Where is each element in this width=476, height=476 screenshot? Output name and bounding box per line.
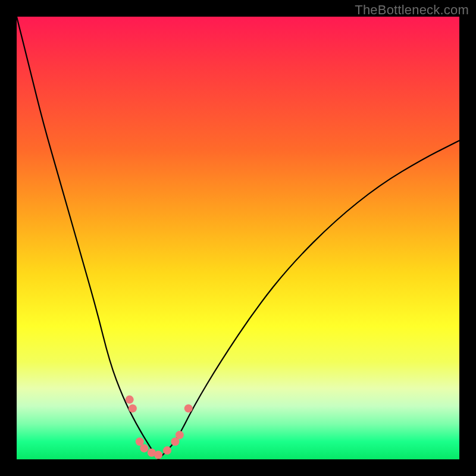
data-marker [129, 404, 137, 412]
data-marker [126, 396, 134, 404]
data-marker [163, 446, 171, 455]
data-marker [154, 451, 162, 459]
curve-overlay [17, 17, 459, 459]
curve-right-path [158, 140, 459, 459]
data-marker [184, 404, 193, 412]
data-marker [176, 431, 184, 439]
data-marker [140, 444, 148, 452]
watermark-text: TheBottleneck.com [355, 2, 469, 18]
plot-area [17, 17, 459, 459]
chart-frame: TheBottleneck.com [0, 0, 476, 476]
curve-left-path [17, 17, 158, 459]
